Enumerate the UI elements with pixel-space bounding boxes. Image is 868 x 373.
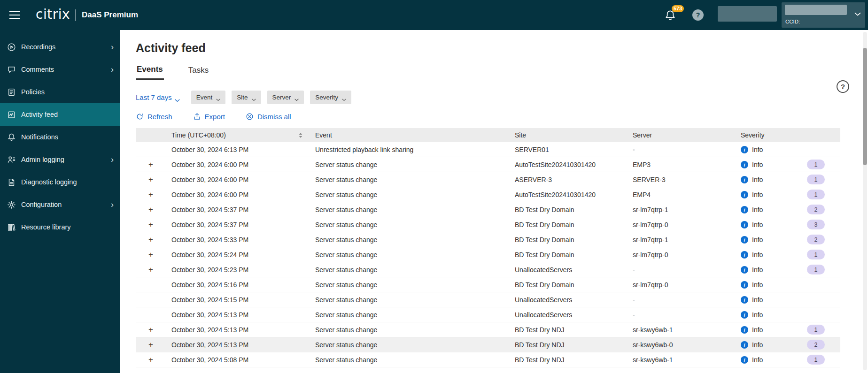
table-row: + October 30, 2024 6:13 PM Unrestricted … <box>136 142 840 157</box>
date-range-dropdown[interactable]: Last 7 days <box>136 93 180 101</box>
filter-event[interactable]: Event <box>191 91 226 104</box>
filter-server[interactable]: Server <box>267 91 304 104</box>
help-button[interactable] <box>692 9 704 21</box>
row-severity-label: Info <box>752 356 763 364</box>
expand-button[interactable]: + <box>144 203 157 216</box>
main-content: Activity feed Events Tasks Last 7 days E… <box>120 30 868 373</box>
info-icon: i <box>741 311 748 319</box>
hamburger-menu-button[interactable] <box>7 7 23 23</box>
expand-button[interactable]: + <box>144 353 157 366</box>
refresh-button[interactable]: Refresh <box>136 113 172 121</box>
info-icon: i <box>741 266 748 274</box>
row-time: October 30, 2024 5:24 PM <box>166 251 310 259</box>
row-severity-label: Info <box>752 251 763 259</box>
scrollbar-thumb[interactable] <box>863 48 867 165</box>
info-icon: i <box>741 356 748 364</box>
expand-button[interactable]: + <box>144 173 157 186</box>
row-severity-label: Info <box>752 266 763 274</box>
column-header-time-label: Time (UTC+08:00) <box>171 131 226 139</box>
export-icon <box>193 113 201 121</box>
sidebar-item-configuration[interactable]: Configuration › <box>0 193 120 216</box>
row-severity-label: Info <box>752 341 763 349</box>
table-row: + October 30, 2024 5:13 PM Server status… <box>136 337 840 352</box>
row-severity: i Info <box>735 311 791 319</box>
table-row: + October 30, 2024 5:37 PM Server status… <box>136 217 840 232</box>
chevron-down-icon <box>216 96 220 99</box>
info-icon: i <box>741 251 748 259</box>
expand-button[interactable]: + <box>144 188 157 201</box>
notifications-button[interactable]: 573 <box>664 8 678 23</box>
sidebar-nav: Recordings › Comments › Policies › Activ… <box>0 30 120 238</box>
row-time-value: October 30, 2024 6:13 PM <box>171 146 248 153</box>
sidebar-item-resource-library[interactable]: Resource library › <box>0 216 120 238</box>
row-severity: i Info <box>735 236 791 244</box>
row-severity-label: Info <box>752 206 763 213</box>
row-severity-label: Info <box>752 176 763 183</box>
sidebar-item-notifications[interactable]: Notifications › <box>0 126 120 148</box>
tab-tasks[interactable]: Tasks <box>187 65 209 80</box>
row-severity-label: Info <box>752 326 763 334</box>
column-header-event: Event <box>310 131 509 139</box>
row-time-value: October 30, 2024 5:13 PM <box>171 311 248 319</box>
row-severity: i Info <box>735 191 791 198</box>
count-badge: 2 <box>807 235 825 244</box>
ccid-selector[interactable]: CCID: <box>782 2 865 28</box>
citrix-logo: citrix <box>36 7 70 22</box>
expand-button[interactable]: + <box>144 233 157 246</box>
sidebar-item-label: Activity feed <box>21 111 111 118</box>
row-event: Server status change <box>310 236 509 244</box>
row-severity-label: Info <box>752 191 763 198</box>
row-site: BD Test Dry NDJ <box>509 356 627 364</box>
tab-events[interactable]: Events <box>136 65 164 80</box>
chevron-right-icon: › <box>111 43 114 51</box>
row-severity-label: Info <box>752 221 763 228</box>
table-row: + October 30, 2024 6:00 PM Server status… <box>136 172 840 187</box>
expand-button[interactable]: + <box>144 158 157 171</box>
expand-button[interactable]: + <box>144 323 157 336</box>
sort-icon[interactable] <box>298 132 303 138</box>
sidebar-item-activity-feed[interactable]: Activity feed › <box>0 103 120 126</box>
row-event: Server status change <box>310 221 509 228</box>
row-server: SERVER-3 <box>627 176 735 183</box>
expand-button[interactable]: + <box>144 218 157 231</box>
info-icon: i <box>741 221 748 228</box>
row-event: Server status change <box>310 281 509 289</box>
expand-button[interactable]: + <box>144 338 157 351</box>
expand-button[interactable]: + <box>144 248 157 261</box>
row-server: - <box>627 296 735 304</box>
row-time: October 30, 2024 5:23 PM <box>166 266 310 274</box>
chevron-right-icon: › <box>111 155 114 164</box>
export-button[interactable]: Export <box>193 113 225 121</box>
filter-site[interactable]: Site <box>232 91 261 104</box>
expand-button[interactable]: + <box>144 263 157 276</box>
row-site: BD Test Dry Domain <box>509 206 627 213</box>
row-site: AutoTestSite202410301420 <box>509 161 627 168</box>
sidebar-item-comments[interactable]: Comments › <box>0 58 120 81</box>
sidebar-item-recordings[interactable]: Recordings › <box>0 36 120 58</box>
row-server: sr-kswy6wb-1 <box>627 356 735 364</box>
dismiss-all-button[interactable]: Dismiss all <box>246 113 291 121</box>
sidebar-item-admin-logging[interactable]: Admin logging › <box>0 148 120 171</box>
page-help-button[interactable] <box>837 80 849 93</box>
row-site: BD Test Dry Domain <box>509 281 627 289</box>
row-event: Server status change <box>310 266 509 274</box>
chevron-right-icon: › <box>111 200 114 209</box>
sidebar-item-label: Notifications <box>21 133 111 141</box>
row-time: October 30, 2024 6:00 PM <box>166 161 310 168</box>
row-server: sr-lm7qtrp-0 <box>627 281 735 289</box>
row-time-value: October 30, 2024 5:13 PM <box>171 326 248 334</box>
chevron-down-icon <box>175 96 180 99</box>
filter-severity[interactable]: Severity <box>310 91 351 104</box>
sidebar-item-diagnostic-logging[interactable]: Diagnostic logging › <box>0 171 120 193</box>
row-site: ASERVER-3 <box>509 176 627 183</box>
topbar: citrix DaaS Premium 573 CCID: <box>0 0 868 30</box>
row-time: October 30, 2024 5:08 PM <box>166 356 310 364</box>
recordings-icon <box>7 43 16 52</box>
refresh-icon <box>136 113 144 121</box>
count-badge: 2 <box>807 205 825 214</box>
column-header-time[interactable]: Time (UTC+08:00) <box>166 131 310 139</box>
sidebar-item-policies[interactable]: Policies › <box>0 81 120 103</box>
column-header-server: Server <box>627 131 735 139</box>
filter-dropdown-label: Event <box>196 94 213 101</box>
row-site: AutoTestSite202410301420 <box>509 191 627 198</box>
